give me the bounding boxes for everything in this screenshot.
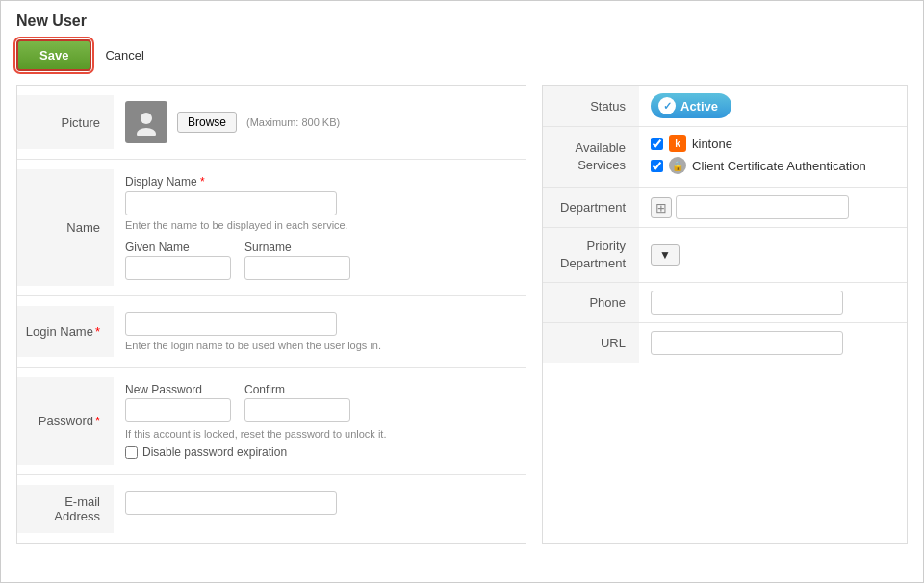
left-panel: Picture Browse (Maximum: 800 KB) [16,85,526,544]
cancel-button[interactable]: Cancel [105,48,143,63]
priority-department-label: Priority Department [543,228,639,282]
available-services-row: Available Services k kintone 🔒 Client Ce… [543,127,907,188]
picture-area: Browse (Maximum: 800 KB) [125,101,514,143]
password-required-marker: * [95,414,100,428]
display-name-hint: Enter the name to be displayed in each s… [125,219,514,231]
password-fields: New Password Confirm [125,383,514,422]
department-field: ⊞ [639,188,907,227]
email-input[interactable] [125,491,337,515]
phone-field [639,283,907,322]
given-name-label: Given Name [125,241,231,254]
email-field-wrap [114,485,526,520]
email-row: E-mail Address [17,475,526,543]
surname-input[interactable] [244,256,350,280]
given-name-subfield: Given Name [125,241,231,280]
phone-row: Phone [543,283,907,323]
right-panel: Status Active Available Services k [542,85,908,544]
picture-row: Picture Browse (Maximum: 800 KB) [17,86,526,160]
login-name-field: Enter the login name to be used when the… [114,306,526,357]
login-name-input[interactable] [125,312,337,336]
required-marker: * [200,175,205,189]
given-surname-row: Given Name Surname [125,241,514,280]
priority-department-dropdown[interactable]: ▼ [651,244,680,266]
login-name-row: Login Name * Enter the login name to be … [17,296,526,368]
max-size-text: (Maximum: 800 KB) [246,116,340,128]
cert-checkbox[interactable] [651,160,663,172]
login-required-marker: * [95,324,100,339]
password-hint: If this account is locked, reset the pas… [125,428,514,440]
service-cert: 🔒 Client Certificate Authentication [651,157,895,174]
url-field [639,323,907,363]
phone-input[interactable] [651,291,843,315]
status-row: Status Active [543,86,907,127]
new-password-label: New Password [125,383,231,396]
svg-point-1 [137,128,156,136]
page-title: New User [16,13,908,30]
status-field: Active [639,86,907,126]
login-name-hint: Enter the login name to be used when the… [125,340,514,351]
cert-icon: 🔒 [669,157,686,174]
kintone-label: kintone [692,137,732,151]
kintone-checkbox[interactable] [651,138,663,150]
dept-input-wrap: ⊞ [651,195,895,219]
department-input[interactable] [676,195,849,219]
url-input[interactable] [651,331,843,355]
kintone-icon: k [669,135,686,152]
confirm-label: Confirm [244,383,350,396]
url-label: URL [543,323,639,363]
available-services-label: Available Services [543,127,639,187]
new-password-input[interactable] [125,398,231,422]
department-label: Department [543,188,639,227]
svg-point-0 [141,113,152,124]
disable-expiration-label: Disable password expiration [142,445,287,459]
disable-expiration-checkbox[interactable] [125,446,138,459]
display-name-input[interactable] [125,191,337,215]
password-field: New Password Confirm If this account is … [114,377,526,465]
status-check-icon [658,97,676,114]
confirm-password-input[interactable] [244,398,350,422]
password-row: Password * New Password Confirm [17,368,526,475]
picture-field: Browse (Maximum: 800 KB) [114,95,526,149]
save-button[interactable]: Save [16,39,91,71]
available-services-field: k kintone 🔒 Client Certificate Authentic… [639,127,907,187]
email-label: E-mail Address [17,485,114,533]
disable-expiration-row: Disable password expiration [125,445,514,459]
password-label: Password * [17,377,114,465]
phone-label: Phone [543,283,639,322]
status-badge[interactable]: Active [651,93,732,118]
status-active-text: Active [680,99,718,114]
chevron-down-icon: ▼ [659,248,671,262]
toolbar: Save Cancel [16,39,908,71]
name-row: Name Display Name * Enter the name to be… [17,160,526,296]
service-kintone: k kintone [651,135,895,152]
priority-department-field: ▼ [639,237,907,273]
surname-label: Surname [244,241,350,254]
login-name-label: Login Name * [17,306,114,357]
given-name-input[interactable] [125,256,231,280]
page-wrapper: New User Save Cancel Picture [0,0,924,583]
display-name-label: Display Name * [125,175,514,189]
new-password-subfield: New Password [125,383,231,422]
main-content: Picture Browse (Maximum: 800 KB) [16,85,908,544]
picture-label: Picture [17,95,114,149]
surname-subfield: Surname [244,241,350,280]
url-row: URL [543,323,907,363]
user-icon [133,109,160,136]
cert-label: Client Certificate Authentication [692,159,866,173]
name-field: Display Name * Enter the name to be disp… [114,169,526,286]
confirm-password-subfield: Confirm [244,383,350,422]
browse-button[interactable]: Browse [177,112,237,133]
priority-department-row: Priority Department ▼ [543,228,907,283]
name-label: Name [17,169,114,286]
dept-tree-icon[interactable]: ⊞ [651,197,672,218]
status-label: Status [543,86,639,126]
avatar [125,101,167,143]
department-row: Department ⊞ [543,188,907,228]
